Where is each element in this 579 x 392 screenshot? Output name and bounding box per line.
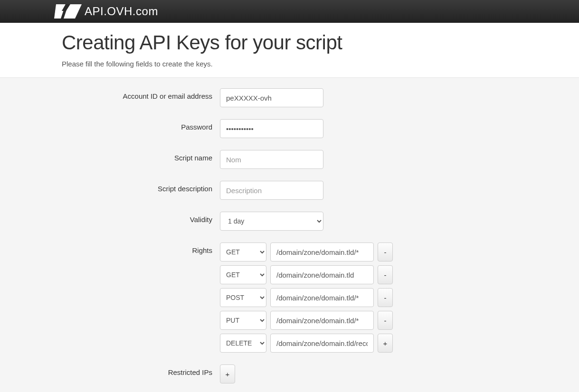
page-title: Creating API Keys for your script [62,31,579,54]
script-name-label: Script name [0,150,220,162]
page-header: Creating API Keys for your script Please… [0,23,579,78]
rights-method-select[interactable]: PUT [220,311,266,330]
ovh-logo-icon [54,4,82,19]
page-subtitle: Please fill the following fields to crea… [62,60,579,68]
top-navbar: API.OVH.com [0,0,579,23]
restricted-ips-label: Restricted IPs [0,364,220,376]
create-keys-form: Account ID or email address Password Scr… [0,78,579,392]
rights-path-input[interactable] [270,265,374,284]
script-description-input[interactable] [220,181,323,200]
logo-area[interactable]: API.OVH.com [54,4,158,19]
account-id-input[interactable] [220,88,323,107]
rights-remove-button[interactable]: - [378,288,393,307]
validity-label: Validity [0,212,220,224]
rights-remove-button[interactable]: - [378,243,393,261]
rights-remove-button[interactable]: - [378,265,393,284]
password-label: Password [0,119,220,131]
logo-text: API.OVH.com [85,5,158,18]
rights-method-select[interactable]: DELETE [220,334,266,353]
rights-method-select[interactable]: GET [220,243,266,261]
validity-select[interactable]: 1 day [220,212,323,231]
rights-label: Rights [0,243,220,254]
rights-path-input[interactable] [270,334,374,353]
rights-method-select[interactable]: GET [220,265,266,284]
rights-add-button[interactable]: + [378,334,393,353]
rights-path-input[interactable] [270,243,374,261]
script-name-input[interactable] [220,150,323,169]
rights-remove-button[interactable]: - [378,311,393,330]
restricted-ips-add-button[interactable]: + [220,364,235,383]
rights-method-select[interactable]: POST [220,288,266,307]
rights-path-input[interactable] [270,311,374,330]
password-input[interactable] [220,119,323,138]
rights-path-input[interactable] [270,288,374,307]
script-description-label: Script description [0,181,220,193]
account-id-label: Account ID or email address [0,88,220,100]
